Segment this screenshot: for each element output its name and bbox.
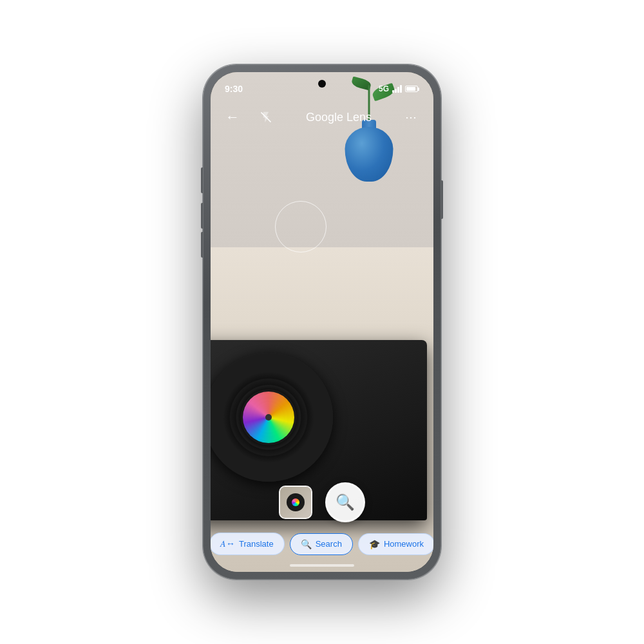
scan-circle-overlay [275,201,327,252]
vase-body [345,127,393,182]
shutter-search-button[interactable]: 🔍 [325,482,365,522]
battery-tip [418,88,419,91]
bottom-tabs: 𝐴↔ Translate 🔍 Search 🎓 Homework [211,530,433,562]
translate-tab-label: Translate [239,539,274,549]
tab-search[interactable]: 🔍 Search [290,533,353,555]
app-title: Google Lens [276,111,401,124]
camera-controls: 🔍 [211,472,433,530]
phone-screen: 9:30 5G ← [211,72,433,572]
flash-off-icon[interactable] [256,107,276,128]
gallery-thumbnail-button[interactable] [279,486,312,519]
signal-strength-icon [392,85,402,93]
homework-icon: 🎓 [369,539,380,549]
status-icons: 5G [379,84,419,93]
battery-fill [406,87,415,91]
back-button[interactable]: ← [222,107,243,128]
record-container [211,353,333,482]
top-app-bar: ← Google Lens ⋯ [211,100,433,134]
translate-icon: 𝐴↔ [220,538,235,549]
battery-body [405,86,418,92]
top-bar-left: ← [222,107,276,128]
record-center-hole [265,414,272,421]
search-tab-label: Search [316,539,342,549]
bottom-area: 🔍 𝐴↔ Translate 🔍 Search 🎓 Homework [211,472,433,572]
network-label: 5G [379,84,389,93]
search-tab-icon: 🔍 [301,539,312,549]
more-options-button[interactable]: ⋯ [401,107,422,128]
vinyl-record [211,353,333,482]
homework-tab-label: Homework [384,539,424,549]
search-icon: 🔍 [336,493,355,511]
tab-translate[interactable]: 𝐴↔ Translate [211,533,285,555]
battery-icon [405,86,419,92]
phone-device: 9:30 5G ← [203,64,441,580]
status-time: 9:30 [225,84,243,94]
front-camera [318,80,326,88]
home-indicator [290,564,354,567]
tab-homework[interactable]: 🎓 Homework [358,533,433,555]
